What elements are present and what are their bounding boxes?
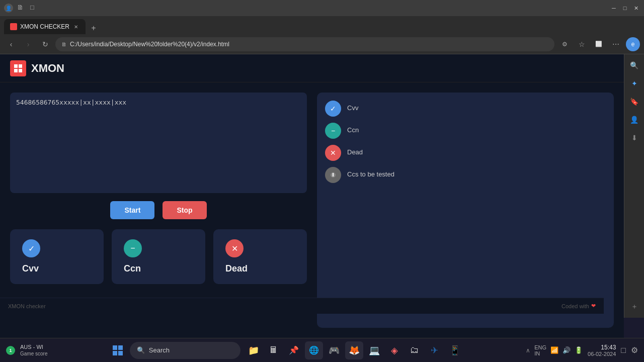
right-panel: ✓ Cvv − Ccn ✕ Dead bbox=[317, 93, 614, 328]
ccn-card-label: Ccn bbox=[124, 263, 193, 274]
svg-rect-6 bbox=[333, 173, 334, 174]
sidebar-downloads-icon[interactable]: ⬇ bbox=[627, 131, 641, 145]
maximize-button[interactable]: □ bbox=[621, 4, 629, 12]
system-tray: ∧ ENGIN 📶 🔊 🔋 bbox=[526, 344, 583, 356]
tab-close-button[interactable]: ✕ bbox=[72, 23, 79, 30]
more-button[interactable]: ⋯ bbox=[609, 37, 623, 51]
game-info: AUS - WI Game score bbox=[20, 344, 47, 356]
left-panel: 54686586765xxxxx|xx|xxxx|xxx Start Stop … bbox=[10, 93, 307, 328]
back-button[interactable]: ‹ bbox=[4, 37, 18, 51]
app9-icon[interactable]: 📱 bbox=[446, 341, 464, 359]
pin1-icon[interactable]: 📌 bbox=[285, 341, 303, 359]
forward-button[interactable]: › bbox=[21, 37, 35, 51]
game-badge: 1 bbox=[6, 346, 15, 355]
svg-rect-8 bbox=[118, 345, 123, 350]
sidebar-search-icon[interactable]: 🔍 bbox=[627, 58, 641, 72]
url-bar[interactable]: 🗎 C:/Users/india/Desktop/New%20folder%20… bbox=[55, 37, 554, 51]
tab-bar: XMON CHECKER ✕ + bbox=[0, 16, 644, 34]
time-display[interactable]: 15:43 06-02-2024 bbox=[588, 344, 616, 357]
sidebar-copilot-icon[interactable]: ✦ bbox=[627, 76, 641, 90]
start-button[interactable]: Start bbox=[110, 201, 154, 219]
search-icon: 🔍 bbox=[137, 346, 145, 354]
stat-row-cvv: ✓ Cvv bbox=[325, 101, 606, 117]
dead-card-label: Dead bbox=[225, 263, 295, 274]
coded-with-text: Coded with bbox=[561, 303, 589, 309]
window-controls: ─ □ ✕ bbox=[610, 4, 640, 12]
locale-text: ENGIN bbox=[534, 344, 546, 356]
search-placeholder: Search bbox=[149, 346, 170, 354]
app4-icon[interactable]: 🦊 bbox=[345, 341, 363, 359]
stat-icon-ccn: − bbox=[325, 123, 341, 139]
sidebar-history-icon[interactable]: 👤 bbox=[627, 113, 641, 127]
app7-icon[interactable]: 🗂 bbox=[406, 341, 424, 359]
cvv-card-icon: ✓ bbox=[22, 239, 40, 257]
notification-icon[interactable]: □ bbox=[621, 346, 626, 355]
history-icon[interactable]: 🗎 bbox=[17, 4, 26, 13]
address-bar: ‹ › ↻ 🗎 C:/Users/india/Desktop/New%20fol… bbox=[0, 34, 644, 54]
svg-rect-0 bbox=[14, 64, 18, 68]
ccn-card-icon: − bbox=[124, 239, 142, 257]
network-icon[interactable]: 📶 bbox=[550, 346, 558, 354]
stat-row-ccs: Ccs to be tested bbox=[325, 167, 606, 183]
close-button[interactable]: ✕ bbox=[632, 4, 640, 12]
app-footer: XMON checker Coded with ❤ bbox=[0, 298, 604, 314]
time-text: 15:43 bbox=[588, 344, 616, 351]
volume-icon[interactable]: 🔊 bbox=[562, 346, 571, 354]
stat-icon-dead: ✕ bbox=[325, 145, 341, 161]
cc-input-container: 54686586765xxxxx|xx|xxxx|xxx bbox=[10, 93, 307, 193]
url-text: C:/Users/india/Desktop/New%20folder%20(4… bbox=[70, 41, 229, 48]
minimize-button[interactable]: ─ bbox=[610, 4, 618, 12]
sidebar-add-icon[interactable]: ＋ bbox=[627, 300, 641, 314]
calc-icon[interactable]: 🖩 bbox=[265, 341, 283, 359]
app8-icon[interactable]: ✈ bbox=[426, 341, 444, 359]
stat-icon-cvv: ✓ bbox=[325, 101, 341, 117]
svg-rect-2 bbox=[14, 69, 18, 72]
tray-arrow[interactable]: ∧ bbox=[526, 347, 530, 354]
active-tab[interactable]: XMON CHECKER ✕ bbox=[4, 19, 86, 34]
extensions-button[interactable]: ⚙ bbox=[557, 37, 572, 51]
app-header: XMON bbox=[0, 54, 624, 82]
button-row: Start Stop bbox=[10, 201, 307, 219]
footer-left-text: XMON checker bbox=[8, 303, 46, 309]
settings-icon[interactable]: ⚙ bbox=[631, 345, 638, 355]
sidebar-favorites-icon[interactable]: 🔖 bbox=[627, 95, 641, 109]
app5-icon[interactable]: 💻 bbox=[365, 341, 383, 359]
refresh-button[interactable]: ↻ bbox=[38, 37, 52, 51]
taskbar-right: ∧ ENGIN 📶 🔊 🔋 15:43 06-02-2024 □ ⚙ bbox=[526, 344, 638, 357]
cvv-card-label: Cvv bbox=[22, 263, 92, 274]
tab-groups-button[interactable]: ⬜ bbox=[592, 37, 606, 51]
stat-label-ccs: Ccs to be tested bbox=[347, 170, 606, 178]
logo-icon bbox=[10, 60, 26, 76]
stat-label-dead: Dead bbox=[347, 148, 606, 156]
pin2-icon[interactable]: 🌐 bbox=[305, 341, 323, 359]
browser-sidebar: 🔍 ✦ 🔖 👤 ⬇ ＋ bbox=[624, 54, 644, 318]
stat-row-dead: ✕ Dead bbox=[325, 145, 606, 161]
title-bar: 👤 🗎 □ ─ □ ✕ bbox=[0, 0, 644, 16]
tab-title: XMON CHECKER bbox=[20, 23, 69, 30]
svg-rect-10 bbox=[118, 351, 123, 355]
app6-icon[interactable]: ◈ bbox=[385, 341, 404, 359]
file-explorer-icon[interactable]: 📁 bbox=[245, 341, 263, 359]
date-text: 06-02-2024 bbox=[588, 351, 616, 357]
taskbar: 1 AUS - WI Game score 🔍 Search 📁 🖩 📌 bbox=[0, 338, 644, 362]
tab-list-icon[interactable]: □ bbox=[30, 4, 39, 13]
windows-logo[interactable] bbox=[110, 342, 126, 358]
stat-label-cvv: Cvv bbox=[347, 104, 606, 112]
app-title: XMON bbox=[31, 62, 64, 75]
edge-icon[interactable]: e bbox=[626, 37, 640, 51]
taskbar-search[interactable]: 🔍 Search bbox=[130, 342, 240, 359]
battery-icon[interactable]: 🔋 bbox=[575, 346, 583, 354]
stat-icon-ccs bbox=[325, 167, 341, 183]
taskbar-left: 1 AUS - WI Game score bbox=[6, 344, 47, 356]
game-sub: Game score bbox=[20, 351, 47, 356]
new-tab-button[interactable]: + bbox=[88, 22, 100, 34]
profile-icon[interactable]: 👤 bbox=[4, 4, 13, 13]
footer-right-text: Coded with ❤ bbox=[561, 303, 596, 309]
favorites-button[interactable]: ☆ bbox=[575, 37, 589, 51]
taskbar-apps: 📁 🖩 📌 🌐 🎮 🦊 💻 ◈ 🗂 ✈ 📱 bbox=[245, 341, 464, 359]
cc-textarea[interactable]: 54686586765xxxxx|xx|xxxx|xxx bbox=[16, 99, 301, 187]
app3-icon[interactable]: 🎮 bbox=[325, 341, 343, 359]
stop-button[interactable]: Stop bbox=[163, 201, 206, 219]
taskbar-center: 🔍 Search 📁 🖩 📌 🌐 🎮 🦊 💻 ◈ 🗂 ✈ 📱 bbox=[51, 341, 522, 359]
lock-icon: 🗎 bbox=[61, 41, 67, 47]
